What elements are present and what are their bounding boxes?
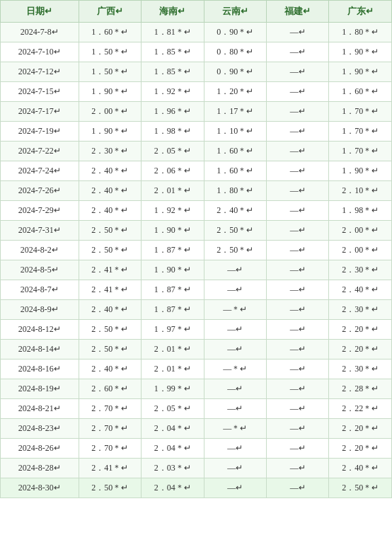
cell-hainan: 1．90＊↵ xyxy=(142,260,204,280)
cell-yunnan: 2．50＊↵ xyxy=(204,241,266,260)
cell-guangdong: 1．90＊↵ xyxy=(329,62,392,82)
header-fujian: 福建↵ xyxy=(267,1,329,23)
cell-yunnan: —↵ xyxy=(204,260,266,280)
cell-guangxi: 2．70＊↵ xyxy=(79,419,141,439)
cell-fujian: —↵ xyxy=(267,42,329,62)
cell-yunnan: 1．10＊↵ xyxy=(204,122,266,142)
cell-guangdong: 2．20＊↵ xyxy=(329,439,392,459)
table-row: 2024-8-2↵2．50＊↵1．87＊↵2．50＊↵—↵2．00＊↵ xyxy=(1,241,392,260)
cell-guangdong: 1．90＊↵ xyxy=(329,161,392,181)
table-row: 2024-7-12↵1．50＊↵1．85＊↵0．90＊↵—↵1．90＊↵ xyxy=(1,62,392,82)
table-row: 2024-8-12↵2．50＊↵1．97＊↵—↵—↵2．20＊↵ xyxy=(1,320,392,340)
cell-date: 2024-8-9↵ xyxy=(1,300,79,320)
cell-guangdong: 2．50＊↵ xyxy=(329,478,392,498)
cell-guangdong: 1．80＊↵ xyxy=(329,23,392,42)
cell-yunnan: 2．40＊↵ xyxy=(204,201,266,221)
cell-fujian: —↵ xyxy=(267,419,329,439)
cell-hainan: 1．81＊↵ xyxy=(142,23,204,42)
cell-fujian: —↵ xyxy=(267,181,329,201)
cell-guangdong: 2．28＊↵ xyxy=(329,379,392,399)
cell-hainan: 1．87＊↵ xyxy=(142,300,204,320)
cell-fujian: —↵ xyxy=(267,379,329,399)
table-body: 2024-7-8↵1．60＊↵1．81＊↵0．90＊↵—↵1．80＊↵2024-… xyxy=(1,23,392,498)
cell-guangxi: 2．40＊↵ xyxy=(79,300,141,320)
cell-guangxi: 2．40＊↵ xyxy=(79,201,141,221)
cell-guangdong: 2．30＊↵ xyxy=(329,359,392,379)
cell-guangdong: 1．70＊↵ xyxy=(329,142,392,161)
cell-guangdong: 1．98＊↵ xyxy=(329,201,392,221)
cell-guangdong: 2．10＊↵ xyxy=(329,181,392,201)
cell-fujian: —↵ xyxy=(267,241,329,260)
cell-date: 2024-7-15↵ xyxy=(1,82,79,102)
cell-guangxi: 2．50＊↵ xyxy=(79,340,141,359)
cell-guangxi: 1．90＊↵ xyxy=(79,122,141,142)
cell-fujian: —↵ xyxy=(267,201,329,221)
cell-guangdong: 2．40＊↵ xyxy=(329,459,392,478)
table-row: 2024-8-21↵2．70＊↵2．05＊↵—↵—↵2．22＊↵ xyxy=(1,399,392,419)
cell-fujian: —↵ xyxy=(267,221,329,241)
table-row: 2024-8-19↵2．60＊↵1．99＊↵—↵—↵2．28＊↵ xyxy=(1,379,392,399)
table-row: 2024-8-14↵2．50＊↵2．01＊↵—↵—↵2．20＊↵ xyxy=(1,340,392,359)
cell-hainan: 1．87＊↵ xyxy=(142,280,204,300)
cell-hainan: 1．92＊↵ xyxy=(142,82,204,102)
header-hainan: 海南↵ xyxy=(142,1,204,23)
cell-yunnan: —↵ xyxy=(204,280,266,300)
cell-date: 2024-8-28↵ xyxy=(1,459,79,478)
cell-fujian: —↵ xyxy=(267,439,329,459)
cell-fujian: —↵ xyxy=(267,122,329,142)
table-row: 2024-7-26↵2．40＊↵2．01＊↵1．80＊↵—↵2．10＊↵ xyxy=(1,181,392,201)
cell-guangxi: 2．50＊↵ xyxy=(79,221,141,241)
cell-date: 2024-7-12↵ xyxy=(1,62,79,82)
cell-yunnan: —↵ xyxy=(204,439,266,459)
cell-hainan: 2．04＊↵ xyxy=(142,419,204,439)
cell-fujian: —↵ xyxy=(267,23,329,42)
cell-guangdong: 1．90＊↵ xyxy=(329,42,392,62)
cell-guangxi: 2．41＊↵ xyxy=(79,459,141,478)
cell-guangxi: 1．50＊↵ xyxy=(79,62,141,82)
cell-hainan: 2．01＊↵ xyxy=(142,181,204,201)
table-row: 2024-7-17↵2．00＊↵1．96＊↵1．17＊↵—↵1．70＊↵ xyxy=(1,102,392,122)
cell-date: 2024-8-30↵ xyxy=(1,478,79,498)
cell-date: 2024-8-14↵ xyxy=(1,340,79,359)
table-row: 2024-7-31↵2．50＊↵1．90＊↵2．50＊↵—↵2．00＊↵ xyxy=(1,221,392,241)
cell-date: 2024-8-16↵ xyxy=(1,359,79,379)
cell-date: 2024-8-5↵ xyxy=(1,260,79,280)
header-guangxi: 广西↵ xyxy=(79,1,141,23)
cell-date: 2024-7-17↵ xyxy=(1,102,79,122)
cell-hainan: 1．97＊↵ xyxy=(142,320,204,340)
cell-hainan: 1．90＊↵ xyxy=(142,221,204,241)
cell-yunnan: —＊↵ xyxy=(204,419,266,439)
cell-fujian: —↵ xyxy=(267,161,329,181)
cell-hainan: 2．04＊↵ xyxy=(142,478,204,498)
cell-guangdong: 2．20＊↵ xyxy=(329,340,392,359)
cell-hainan: 1．98＊↵ xyxy=(142,122,204,142)
table-row: 2024-8-28↵2．41＊↵2．03＊↵—↵—↵2．40＊↵ xyxy=(1,459,392,478)
cell-date: 2024-8-26↵ xyxy=(1,439,79,459)
cell-fujian: —↵ xyxy=(267,102,329,122)
cell-hainan: 1．85＊↵ xyxy=(142,62,204,82)
cell-fujian: —↵ xyxy=(267,478,329,498)
header-date: 日期↵ xyxy=(1,1,79,23)
cell-guangxi: 2．50＊↵ xyxy=(79,478,141,498)
table-row: 2024-7-8↵1．60＊↵1．81＊↵0．90＊↵—↵1．80＊↵ xyxy=(1,23,392,42)
cell-hainan: 2．05＊↵ xyxy=(142,399,204,419)
price-table: 日期↵ 广西↵ 海南↵ 云南↵ 福建↵ 广东↵ 2024-7-8↵1．60＊↵1… xyxy=(0,0,392,498)
cell-yunnan: —↵ xyxy=(204,379,266,399)
cell-guangdong: 2．40＊↵ xyxy=(329,280,392,300)
cell-hainan: 1．92＊↵ xyxy=(142,201,204,221)
cell-guangxi: 2．41＊↵ xyxy=(79,260,141,280)
table-row: 2024-8-23↵2．70＊↵2．04＊↵—＊↵—↵2．20＊↵ xyxy=(1,419,392,439)
cell-yunnan: 0．90＊↵ xyxy=(204,62,266,82)
cell-hainan: 2．01＊↵ xyxy=(142,359,204,379)
cell-fujian: —↵ xyxy=(267,340,329,359)
cell-yunnan: 2．50＊↵ xyxy=(204,221,266,241)
cell-date: 2024-7-24↵ xyxy=(1,161,79,181)
cell-yunnan: 1．20＊↵ xyxy=(204,82,266,102)
main-container: 日期↵ 广西↵ 海南↵ 云南↵ 福建↵ 广东↵ 2024-7-8↵1．60＊↵1… xyxy=(0,0,392,498)
cell-fujian: —↵ xyxy=(267,300,329,320)
cell-date: 2024-7-8↵ xyxy=(1,23,79,42)
cell-guangxi: 2．30＊↵ xyxy=(79,142,141,161)
table-row: 2024-8-26↵2．70＊↵2．04＊↵—↵—↵2．20＊↵ xyxy=(1,439,392,459)
table-row: 2024-8-7↵2．41＊↵1．87＊↵—↵—↵2．40＊↵ xyxy=(1,280,392,300)
cell-guangxi: 2．00＊↵ xyxy=(79,102,141,122)
